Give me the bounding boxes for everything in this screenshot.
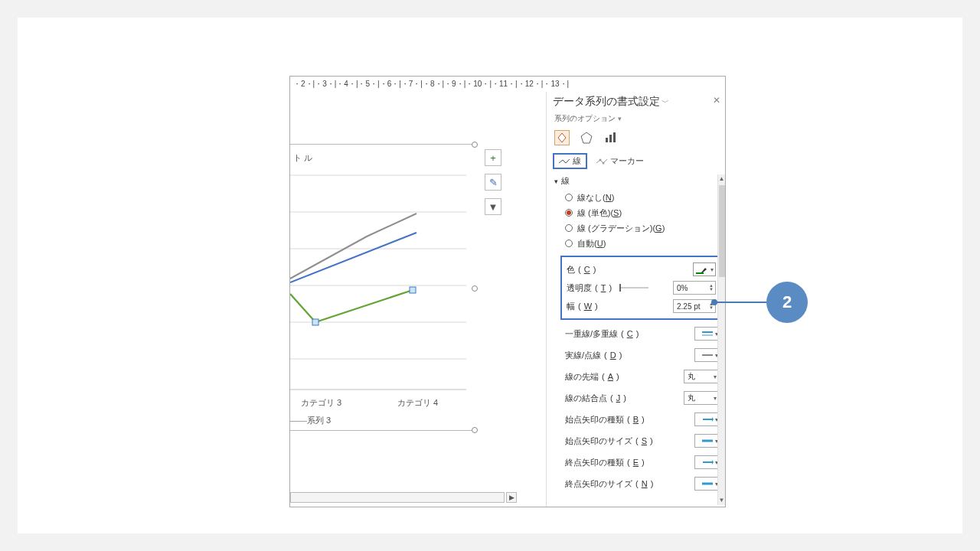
svg-rect-12 (613, 132, 616, 142)
svg-rect-7 (312, 319, 318, 325)
end-arrow-size-dropdown[interactable]: ▾ (694, 477, 720, 491)
svg-rect-11 (609, 135, 612, 142)
svg-point-14 (603, 161, 605, 164)
chart-legend: ——系列 3 (290, 415, 331, 426)
begin-arrow-type-dropdown[interactable]: ▾ (694, 412, 720, 426)
compound-type-dropdown[interactable]: ▾ (694, 327, 720, 341)
svg-marker-9 (581, 132, 592, 143)
dash-type-label: 実線/点線(D) (565, 350, 622, 361)
effects-icon[interactable] (579, 130, 594, 145)
panel-title: データ系列の書式設定﹀ (547, 92, 725, 109)
color-label: 色(C) (567, 264, 596, 276)
svg-rect-8 (410, 287, 416, 293)
slide-card: ・2・|・3・|・4・|・5・|・6・|・7・|・8・|・9・|・10・|・11… (18, 18, 962, 533)
callout-number: 2 (766, 282, 808, 323)
end-arrow-type-label: 終点矢印の種類(E) (565, 457, 645, 468)
compound-type-label: 一重線/多重線(C) (565, 328, 639, 340)
close-icon[interactable]: ✕ (713, 95, 720, 106)
panel-vertical-scrollbar[interactable]: ▲ ▼ (717, 174, 725, 505)
begin-arrow-size-dropdown[interactable]: ▾ (694, 434, 720, 448)
begin-arrow-type-label: 始点矢印の種類(B) (565, 414, 645, 425)
chart-plot-area (290, 145, 475, 397)
horizontal-ruler: ・2・|・3・|・4・|・5・|・6・|・7・|・8・|・9・|・10・|・11… (290, 77, 546, 92)
cap-type-label: 線の先端(A) (565, 371, 619, 383)
chart-elements-button[interactable]: + (485, 149, 501, 166)
screenshot-region: ・2・|・3・|・4・|・5・|・6・|・7・|・8・|・9・|・10・|・11… (289, 76, 726, 507)
format-data-series-panel: ✕ データ系列の書式設定﹀ 系列のオプション ▾ (546, 92, 725, 507)
svg-marker-22 (712, 460, 714, 465)
color-picker-button[interactable]: ▾ (693, 262, 716, 276)
highlighted-properties-box: 色(C) ▾ 透明度(T) 0%▲▼ 幅(W) 2.25 pt▲▼ (560, 256, 720, 320)
series-options-icon[interactable] (603, 130, 619, 145)
tab-marker[interactable]: マーカー (592, 153, 648, 169)
radio-no-line[interactable]: 線なし(N) (565, 190, 725, 205)
chart-object-frame[interactable]: ト ル (290, 144, 475, 431)
selection-handle[interactable] (472, 427, 478, 433)
end-arrow-type-dropdown[interactable]: ▾ (694, 455, 720, 469)
begin-arrow-size-label: 始点矢印のサイズ(S) (565, 435, 653, 447)
width-input[interactable]: 2.25 pt▲▼ (673, 299, 716, 313)
tab-line[interactable]: 線 (553, 153, 587, 169)
end-arrow-size-label: 終点矢印のサイズ(N) (565, 478, 653, 490)
chart-filter-button[interactable]: ▼ (485, 198, 501, 215)
svg-rect-10 (606, 138, 608, 142)
chart-styles-button[interactable]: ✎ (485, 174, 501, 191)
radio-gradient-line[interactable]: 線 (グラデーション)(G) (565, 220, 725, 236)
cap-type-dropdown[interactable]: 丸▾ (684, 370, 720, 383)
transparency-label: 透明度(T) (567, 282, 648, 294)
dash-type-dropdown[interactable]: ▾ (694, 348, 720, 362)
series-options-dropdown[interactable]: 系列のオプション ▾ (547, 109, 725, 127)
svg-marker-19 (712, 417, 714, 422)
line-section-header[interactable]: ▾線 (547, 174, 725, 190)
radio-auto-line[interactable]: 自動(U) (565, 236, 725, 251)
join-type-label: 線の結合点(J) (565, 393, 626, 404)
join-type-dropdown[interactable]: 丸▾ (684, 391, 720, 405)
marker-icon (596, 158, 607, 165)
chart-quick-buttons: + ✎ ▼ (485, 149, 501, 223)
line-icon (559, 158, 570, 165)
radio-solid-line[interactable]: 線 (単色)(S) (565, 205, 725, 220)
width-label: 幅(W) (567, 301, 598, 312)
svg-point-13 (599, 158, 602, 161)
horizontal-scrollbar[interactable] (290, 492, 505, 503)
transparency-slider[interactable] (619, 287, 648, 289)
scroll-right-button[interactable]: ▶ (506, 492, 517, 503)
transparency-input[interactable]: 0%▲▼ (673, 281, 716, 295)
fill-and-line-icon[interactable] (554, 130, 570, 145)
